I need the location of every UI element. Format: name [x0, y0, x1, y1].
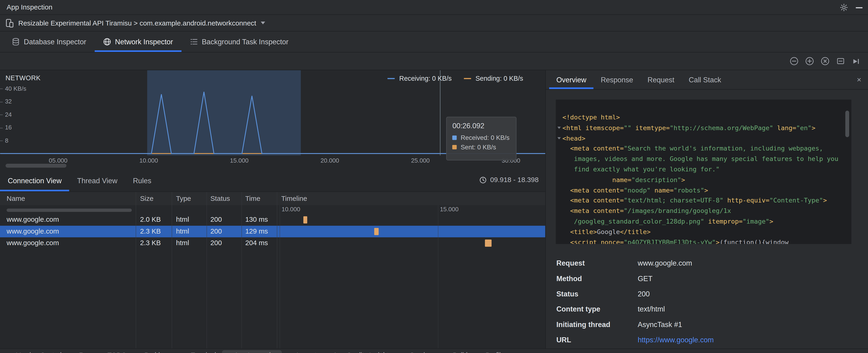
cell-time: 129 ms: [245, 226, 268, 237]
tab-rules[interactable]: Rules: [125, 169, 159, 191]
time-range-label: 09.918 - 18.398: [490, 176, 539, 184]
details-tab-bar: OverviewResponseRequestCall Stack: [546, 70, 868, 90]
toolwindow-label: Version Control: [16, 351, 62, 353]
y-axis-tick-label: 32: [5, 98, 11, 105]
toolwindow-problems[interactable]: ⊘Problems: [133, 350, 176, 353]
jump-to-live-button[interactable]: [851, 57, 860, 65]
y-axis-tick: [0, 89, 3, 89]
table-row[interactable]: www.google.com2.3 KBhtml200204 ms: [0, 237, 545, 249]
column-header-type[interactable]: Type: [176, 192, 191, 205]
version-control-icon: ⊙: [8, 352, 13, 353]
code-line: <title>Google</title>: [562, 227, 838, 237]
code-line: <meta content="/images/branding/googleg/…: [562, 206, 838, 216]
chart-selection-range[interactable]: [147, 70, 301, 155]
minimize-icon[interactable]: [856, 7, 863, 8]
field-value-link[interactable]: https://www.google.com: [638, 335, 714, 344]
code-line: <meta content="Search the world's inform…: [562, 143, 838, 154]
toolwindow-logcat[interactable]: ▤Logcat: [284, 350, 320, 353]
fold-marker-icon[interactable]: [557, 137, 561, 139]
cell-size: 2.3 KB: [140, 226, 161, 237]
toolwindow-label: App Inspection: [234, 351, 278, 353]
toolwindow-build[interactable]: ◆Build: [441, 350, 471, 353]
reset-zoom-button[interactable]: [820, 56, 830, 66]
toolwindow-app-quality-insights[interactable]: ◔App Quality Insights: [322, 350, 396, 353]
problems-icon: ⊘: [136, 352, 142, 353]
zoom-out-icon: [789, 56, 799, 66]
toolwindow-label: Run: [79, 351, 91, 353]
response-preview-editor[interactable]: <!doctype html><html itemscope="" itemty…: [556, 99, 851, 244]
connections-table-header[interactable]: NameSizeTypeStatusTimeTimeline: [0, 192, 545, 205]
tab-connection-view[interactable]: Connection View: [0, 169, 69, 191]
overview-fields: Requestwww.google.comMethodGETStatus200C…: [556, 256, 858, 347]
code-scrollbar[interactable]: [845, 110, 849, 137]
details-tab-request[interactable]: Request: [640, 70, 682, 89]
field-label: Method: [556, 275, 638, 283]
inspector-tab-label: Database Inspector: [24, 38, 86, 46]
zoom-to-selection-icon: [836, 56, 845, 66]
device-icon: [6, 19, 14, 27]
y-axis-tick: [0, 115, 3, 115]
toolwindow-label: Logcat: [297, 351, 316, 353]
toolwindow-version-control[interactable]: ⊙Version Control: [4, 350, 65, 353]
chart-tooltip: 00:26.092 Received: 0 KB/sSent: 0 KB/s: [446, 117, 517, 160]
timeline-request-bar: [374, 228, 378, 235]
connections-tab-bar: Connection ViewThread ViewRules: [0, 169, 545, 192]
app-inspection-icon: ◎: [226, 352, 231, 353]
tooltip-timestamp: 00:26.092: [452, 122, 510, 130]
toolwindow-profiler[interactable]: ◷Profiler: [474, 350, 510, 353]
toolwindow-terminal[interactable]: ▭Terminal: [179, 350, 220, 353]
zoom-to-selection-button[interactable]: [836, 56, 845, 66]
chart-scrollbar[interactable]: [6, 164, 66, 168]
field-label: Status: [556, 290, 638, 298]
toolwindow-app-inspection[interactable]: ◎App Inspection: [222, 350, 282, 353]
cell-status: 200: [210, 237, 222, 249]
toolwindow-services[interactable]: ⊞Services: [398, 350, 439, 353]
details-tab-response[interactable]: Response: [593, 70, 640, 89]
process-selector[interactable]: Resizable Experimental API Tiramisu > co…: [0, 15, 868, 32]
tooltip-value: Received: 0 KB/s: [461, 134, 509, 141]
legend-swatch: [464, 78, 471, 79]
column-divider: [207, 192, 207, 349]
toolwindow-label: Terminal: [191, 351, 216, 353]
inspector-tab-database-inspector[interactable]: Database Inspector: [3, 32, 94, 52]
name-column-scrollbar[interactable]: [7, 208, 132, 212]
column-header-size[interactable]: Size: [140, 192, 153, 205]
app-inspection-window: App Inspection Resizable Experimental AP…: [0, 0, 868, 353]
column-header-status[interactable]: Status: [210, 192, 230, 205]
background-task-icon: [190, 38, 198, 46]
cell-status: 200: [210, 214, 222, 226]
tab-thread-view[interactable]: Thread View: [69, 169, 125, 191]
inspector-tab-background-task-inspector[interactable]: Background Task Inspector: [181, 32, 297, 52]
close-icon[interactable]: ×: [857, 75, 862, 85]
titlebar: App Inspection: [0, 0, 868, 15]
column-header-name[interactable]: Name: [7, 192, 25, 205]
x-axis-tick-label: 05.000: [49, 157, 67, 164]
tooltip-swatch: [452, 145, 457, 149]
table-row[interactable]: www.google.com2.3 KBhtml200129 ms: [0, 226, 545, 237]
toolwindow-todo[interactable]: ≡TODO: [97, 350, 130, 353]
cell-time: 204 ms: [245, 237, 268, 249]
code-line: <meta content="text/html; charset=UTF-8"…: [562, 195, 838, 206]
details-tab-call-stack[interactable]: Call Stack: [682, 70, 728, 89]
toolwindow-run[interactable]: ▶Run: [68, 350, 95, 353]
column-header-timeline[interactable]: Timeline: [281, 192, 307, 205]
inspector-tab-network-inspector[interactable]: Network Inspector: [94, 32, 181, 52]
field-label: Request: [556, 259, 638, 267]
field-value: 200: [638, 290, 650, 298]
zoom-in-button[interactable]: [805, 56, 814, 66]
y-axis-tick: [0, 128, 3, 128]
column-header-time[interactable]: Time: [245, 192, 260, 205]
details-tab-overview[interactable]: Overview: [549, 70, 593, 89]
gear-icon[interactable]: [840, 3, 848, 11]
y-axis-tick-label: 24: [5, 111, 11, 118]
zoom-out-button[interactable]: [789, 56, 799, 66]
column-divider: [277, 192, 277, 349]
timeline-tick-label: 15.000: [440, 206, 458, 213]
table-row[interactable]: www.google.com2.0 KBhtml200130 ms: [0, 214, 545, 226]
legend-item-sending: Sending: 0 KB/s: [464, 75, 523, 82]
field-label: URL: [556, 335, 638, 344]
connections-table-body: www.google.com2.0 KBhtml200130 mswww.goo…: [0, 214, 545, 349]
timeline-gridline: [438, 205, 438, 349]
clock-icon: [480, 176, 487, 184]
fold-marker-icon[interactable]: [557, 127, 561, 129]
